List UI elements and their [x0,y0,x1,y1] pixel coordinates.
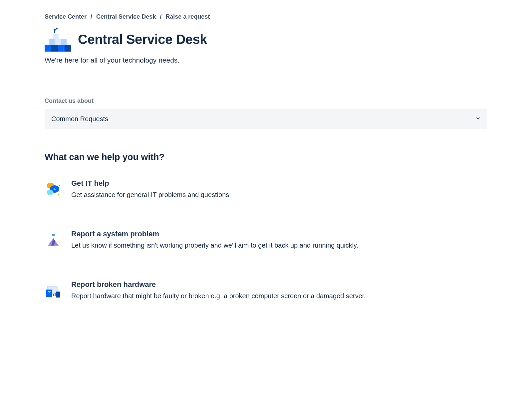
request-report-broken-hardware[interactable]: Report broken hardware Report hardware t… [45,280,487,301]
page-subtitle: We're here for all of your technology ne… [45,56,487,64]
request-description: Report hardware that might be faulty or … [71,291,487,301]
svg-rect-7 [53,34,59,39]
request-description: Let us know if something isn't working p… [71,240,487,250]
svg-rect-0 [45,45,51,52]
mountain-flag-icon [45,231,62,248]
request-title: Report broken hardware [71,280,487,289]
chat-bubbles-icon: & [45,180,62,198]
breadcrumb-service-center[interactable]: Service Center [45,13,87,20]
breadcrumb-separator: / [160,13,161,20]
svg-rect-22 [56,292,60,298]
service-desk-icon [45,27,71,52]
svg-rect-1 [51,45,58,52]
svg-rect-21 [46,290,52,297]
request-title: Get IT help [71,179,487,188]
svg-rect-24 [55,293,56,296]
svg-point-18 [58,194,59,195]
breadcrumb-separator: / [91,13,92,20]
dropdown-selected-label: Common Requests [51,115,108,123]
svg-point-15 [47,190,53,195]
request-content: Get IT help Get assistance for general I… [71,179,487,200]
svg-rect-4 [49,39,55,45]
breadcrumb-raise-request[interactable]: Raise a request [165,13,210,20]
svg-rect-3 [65,45,71,52]
svg-rect-11 [56,28,58,29]
request-get-it-help[interactable]: & Get IT help Get assistance for general… [45,179,487,200]
svg-rect-5 [55,39,61,45]
contact-dropdown[interactable]: Common Requests [45,109,487,129]
breadcrumb: Service Center / Central Service Desk / … [45,13,487,20]
request-content: Report a system problem Let us know if s… [71,230,487,250]
help-heading: What can we help you with? [45,152,487,162]
svg-point-17 [59,185,60,186]
request-report-system-problem[interactable]: Report a system problem Let us know if s… [45,230,487,250]
svg-rect-6 [61,39,67,45]
breadcrumb-central-service-desk[interactable]: Central Service Desk [96,13,156,20]
request-content: Report broken hardware Report hardware t… [71,280,487,301]
svg-text:&: & [53,187,56,191]
request-description: Get assistance for general IT problems a… [71,190,487,200]
request-title: Report a system problem [71,230,487,238]
contact-label: Contact us about [45,98,487,104]
chevron-down-icon [475,116,481,122]
page-header: Central Service Desk [45,27,487,52]
devices-icon [45,282,62,299]
page-title: Central Service Desk [78,32,207,47]
svg-point-19 [52,234,55,236]
svg-rect-23 [53,294,54,296]
